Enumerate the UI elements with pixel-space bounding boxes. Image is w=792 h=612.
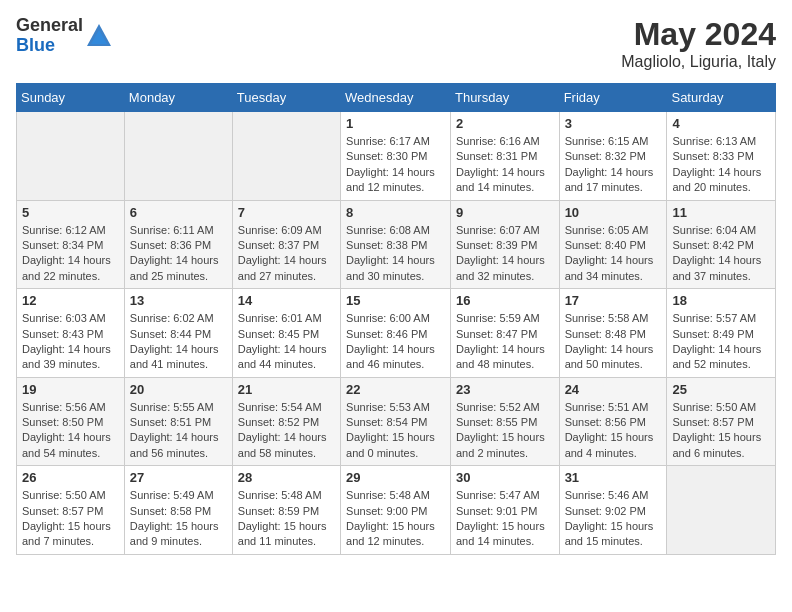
calendar-day-cell: 18Sunrise: 5:57 AMSunset: 8:49 PMDayligh…	[667, 289, 776, 378]
calendar-day-cell: 16Sunrise: 5:59 AMSunset: 8:47 PMDayligh…	[450, 289, 559, 378]
sunset-text: Sunset: 8:56 PM	[565, 416, 646, 428]
day-number: 29	[346, 470, 445, 485]
calendar-day-cell: 29Sunrise: 5:48 AMSunset: 9:00 PMDayligh…	[341, 466, 451, 555]
calendar-week-row: 5Sunrise: 6:12 AMSunset: 8:34 PMDaylight…	[17, 200, 776, 289]
calendar-day-cell: 17Sunrise: 5:58 AMSunset: 8:48 PMDayligh…	[559, 289, 667, 378]
daylight-text: Daylight: 15 hours and 12 minutes.	[346, 520, 435, 547]
daylight-text: Daylight: 15 hours and 0 minutes.	[346, 431, 435, 458]
day-number: 8	[346, 205, 445, 220]
daylight-text: Daylight: 15 hours and 4 minutes.	[565, 431, 654, 458]
calendar-day-cell: 4Sunrise: 6:13 AMSunset: 8:33 PMDaylight…	[667, 112, 776, 201]
calendar-day-cell	[124, 112, 232, 201]
logo-blue-text: Blue	[16, 36, 83, 56]
calendar-day-cell: 31Sunrise: 5:46 AMSunset: 9:02 PMDayligh…	[559, 466, 667, 555]
calendar-day-cell: 27Sunrise: 5:49 AMSunset: 8:58 PMDayligh…	[124, 466, 232, 555]
sunrise-text: Sunrise: 6:17 AM	[346, 135, 430, 147]
daylight-text: Daylight: 14 hours and 39 minutes.	[22, 343, 111, 370]
sunrise-text: Sunrise: 5:49 AM	[130, 489, 214, 501]
month-title: May 2024	[621, 16, 776, 53]
calendar-day-cell: 15Sunrise: 6:00 AMSunset: 8:46 PMDayligh…	[341, 289, 451, 378]
day-number: 15	[346, 293, 445, 308]
sunrise-text: Sunrise: 6:15 AM	[565, 135, 649, 147]
sunrise-text: Sunrise: 5:58 AM	[565, 312, 649, 324]
calendar-day-cell: 6Sunrise: 6:11 AMSunset: 8:36 PMDaylight…	[124, 200, 232, 289]
daylight-text: Daylight: 14 hours and 20 minutes.	[672, 166, 761, 193]
daylight-text: Daylight: 15 hours and 6 minutes.	[672, 431, 761, 458]
daylight-text: Daylight: 14 hours and 12 minutes.	[346, 166, 435, 193]
sunset-text: Sunset: 8:48 PM	[565, 328, 646, 340]
day-info: Sunrise: 6:04 AMSunset: 8:42 PMDaylight:…	[672, 223, 770, 285]
day-number: 26	[22, 470, 119, 485]
calendar-day-cell: 13Sunrise: 6:02 AMSunset: 8:44 PMDayligh…	[124, 289, 232, 378]
calendar-day-cell: 24Sunrise: 5:51 AMSunset: 8:56 PMDayligh…	[559, 377, 667, 466]
sunrise-text: Sunrise: 5:52 AM	[456, 401, 540, 413]
calendar-day-cell: 21Sunrise: 5:54 AMSunset: 8:52 PMDayligh…	[232, 377, 340, 466]
day-number: 3	[565, 116, 662, 131]
day-number: 25	[672, 382, 770, 397]
calendar-day-cell: 5Sunrise: 6:12 AMSunset: 8:34 PMDaylight…	[17, 200, 125, 289]
daylight-text: Daylight: 14 hours and 30 minutes.	[346, 254, 435, 281]
day-info: Sunrise: 5:52 AMSunset: 8:55 PMDaylight:…	[456, 400, 554, 462]
sunrise-text: Sunrise: 5:56 AM	[22, 401, 106, 413]
sunrise-text: Sunrise: 6:13 AM	[672, 135, 756, 147]
title-block: May 2024 Magliolo, Liguria, Italy	[621, 16, 776, 71]
day-number: 24	[565, 382, 662, 397]
sunrise-text: Sunrise: 6:11 AM	[130, 224, 214, 236]
daylight-text: Daylight: 15 hours and 15 minutes.	[565, 520, 654, 547]
day-info: Sunrise: 5:57 AMSunset: 8:49 PMDaylight:…	[672, 311, 770, 373]
day-number: 2	[456, 116, 554, 131]
calendar-day-cell: 12Sunrise: 6:03 AMSunset: 8:43 PMDayligh…	[17, 289, 125, 378]
sunset-text: Sunset: 8:33 PM	[672, 150, 753, 162]
daylight-text: Daylight: 15 hours and 11 minutes.	[238, 520, 327, 547]
sunset-text: Sunset: 8:38 PM	[346, 239, 427, 251]
sunset-text: Sunset: 8:43 PM	[22, 328, 103, 340]
day-number: 21	[238, 382, 335, 397]
day-number: 22	[346, 382, 445, 397]
sunrise-text: Sunrise: 6:01 AM	[238, 312, 322, 324]
calendar-day-cell: 20Sunrise: 5:55 AMSunset: 8:51 PMDayligh…	[124, 377, 232, 466]
daylight-text: Daylight: 14 hours and 54 minutes.	[22, 431, 111, 458]
calendar-week-row: 12Sunrise: 6:03 AMSunset: 8:43 PMDayligh…	[17, 289, 776, 378]
calendar-table: SundayMondayTuesdayWednesdayThursdayFrid…	[16, 83, 776, 555]
sunrise-text: Sunrise: 5:59 AM	[456, 312, 540, 324]
sunset-text: Sunset: 8:42 PM	[672, 239, 753, 251]
daylight-text: Daylight: 14 hours and 34 minutes.	[565, 254, 654, 281]
sunset-text: Sunset: 8:30 PM	[346, 150, 427, 162]
calendar-day-cell: 14Sunrise: 6:01 AMSunset: 8:45 PMDayligh…	[232, 289, 340, 378]
day-info: Sunrise: 5:53 AMSunset: 8:54 PMDaylight:…	[346, 400, 445, 462]
sunrise-text: Sunrise: 6:03 AM	[22, 312, 106, 324]
sunrise-text: Sunrise: 6:09 AM	[238, 224, 322, 236]
page-header: General Blue May 2024 Magliolo, Liguria,…	[16, 16, 776, 71]
day-info: Sunrise: 6:02 AMSunset: 8:44 PMDaylight:…	[130, 311, 227, 373]
sunset-text: Sunset: 8:45 PM	[238, 328, 319, 340]
sunrise-text: Sunrise: 6:04 AM	[672, 224, 756, 236]
day-number: 20	[130, 382, 227, 397]
day-number: 18	[672, 293, 770, 308]
daylight-text: Daylight: 14 hours and 58 minutes.	[238, 431, 327, 458]
sunrise-text: Sunrise: 5:54 AM	[238, 401, 322, 413]
calendar-day-cell: 23Sunrise: 5:52 AMSunset: 8:55 PMDayligh…	[450, 377, 559, 466]
calendar-week-row: 26Sunrise: 5:50 AMSunset: 8:57 PMDayligh…	[17, 466, 776, 555]
day-info: Sunrise: 5:48 AMSunset: 9:00 PMDaylight:…	[346, 488, 445, 550]
day-number: 17	[565, 293, 662, 308]
day-info: Sunrise: 5:59 AMSunset: 8:47 PMDaylight:…	[456, 311, 554, 373]
sunset-text: Sunset: 9:00 PM	[346, 505, 427, 517]
day-number: 10	[565, 205, 662, 220]
sunset-text: Sunset: 8:57 PM	[672, 416, 753, 428]
calendar-day-cell: 10Sunrise: 6:05 AMSunset: 8:40 PMDayligh…	[559, 200, 667, 289]
logo: General Blue	[16, 16, 113, 56]
sunset-text: Sunset: 8:32 PM	[565, 150, 646, 162]
calendar-day-cell: 9Sunrise: 6:07 AMSunset: 8:39 PMDaylight…	[450, 200, 559, 289]
sunset-text: Sunset: 8:50 PM	[22, 416, 103, 428]
day-info: Sunrise: 5:54 AMSunset: 8:52 PMDaylight:…	[238, 400, 335, 462]
weekday-header-sunday: Sunday	[17, 84, 125, 112]
logo-general-text: General	[16, 16, 83, 36]
day-number: 9	[456, 205, 554, 220]
sunrise-text: Sunrise: 5:57 AM	[672, 312, 756, 324]
day-info: Sunrise: 6:01 AMSunset: 8:45 PMDaylight:…	[238, 311, 335, 373]
daylight-text: Daylight: 15 hours and 7 minutes.	[22, 520, 111, 547]
day-info: Sunrise: 6:16 AMSunset: 8:31 PMDaylight:…	[456, 134, 554, 196]
daylight-text: Daylight: 14 hours and 41 minutes.	[130, 343, 219, 370]
sunrise-text: Sunrise: 6:05 AM	[565, 224, 649, 236]
day-number: 23	[456, 382, 554, 397]
